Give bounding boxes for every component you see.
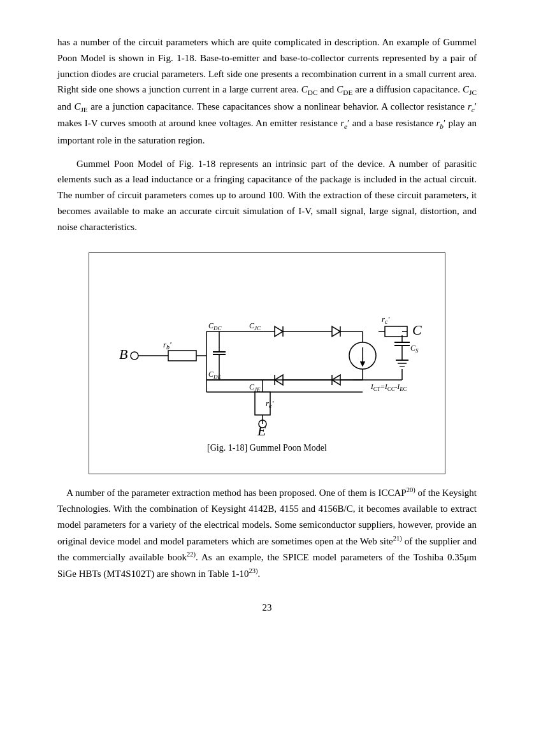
svg-point-1: [131, 352, 138, 360]
svg-text:B: B: [119, 346, 127, 362]
svg-text:CS: CS: [410, 344, 419, 354]
figure-caption: [Gig. 1-18] Gummel Poon Model: [96, 443, 438, 453]
circuit-diagram: B C E rb' CDC: [101, 265, 433, 443]
para2-text: Gummel Poon Model of Fig. 1-18 represent…: [57, 156, 477, 235]
para1-text: has a number of the circuit parameters w…: [57, 34, 477, 149]
paragraph-1: has a number of the circuit parameters w…: [57, 34, 477, 149]
para3-text: A number of the parameter extraction met…: [57, 484, 477, 582]
svg-text:ICT=ICC-IEC: ICT=ICC-IEC: [370, 382, 408, 392]
svg-text:rb': rb': [163, 340, 171, 351]
svg-text:rc': rc': [382, 314, 390, 325]
svg-rect-9: [168, 351, 196, 361]
svg-text:CDC: CDC: [208, 321, 222, 331]
svg-text:C: C: [412, 322, 422, 338]
svg-text:CJC: CJC: [249, 321, 261, 331]
svg-text:CJE: CJE: [249, 382, 261, 393]
page: has a number of the circuit parameters w…: [0, 0, 534, 756]
paragraph-2: Gummel Poon Model of Fig. 1-18 represent…: [57, 156, 477, 235]
svg-marker-25: [275, 326, 283, 337]
figure-1-18: B C E rb' CDC: [89, 252, 445, 474]
svg-marker-36: [332, 326, 340, 337]
paragraph-3: A number of the parameter extraction met…: [57, 484, 477, 582]
page-number: 23: [57, 602, 477, 613]
